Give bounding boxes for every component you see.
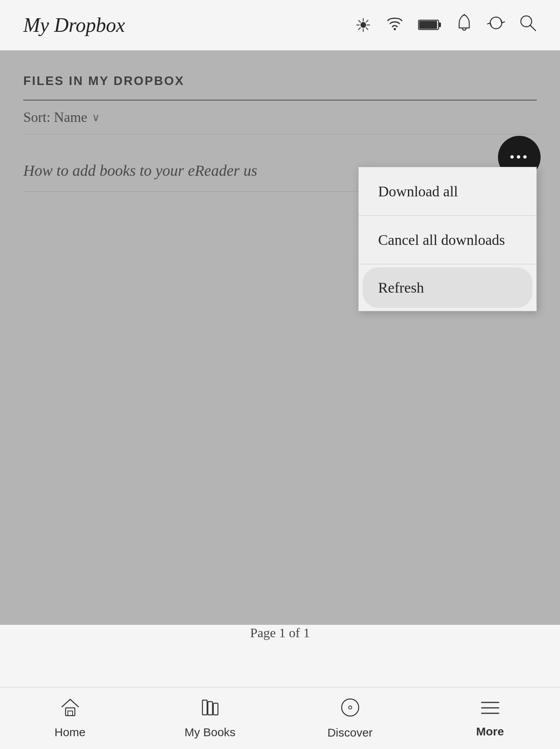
- svg-rect-7: [66, 708, 75, 716]
- svg-rect-11: [213, 703, 218, 715]
- svg-rect-10: [208, 702, 213, 715]
- nav-home-label: Home: [54, 726, 85, 739]
- svg-rect-8: [68, 711, 73, 716]
- home-icon: [60, 698, 80, 722]
- notification-icon[interactable]: [455, 13, 473, 37]
- bottom-nav: Home My Books Discover Mor: [0, 687, 560, 749]
- more-icon: [480, 698, 500, 721]
- download-all-item[interactable]: Download all: [359, 167, 536, 216]
- refresh-item[interactable]: Refresh: [363, 267, 532, 308]
- svg-line-6: [530, 25, 536, 31]
- more-dots-icon: •••: [510, 150, 529, 164]
- page-title: My Dropbox: [23, 14, 125, 36]
- header-icons: ☀: [355, 13, 537, 37]
- header: My Dropbox ☀: [0, 0, 560, 50]
- cancel-downloads-item[interactable]: Cancel all downloads: [359, 216, 536, 264]
- nav-my-books[interactable]: My Books: [140, 698, 280, 739]
- overlay: [0, 50, 560, 625]
- svg-point-0: [394, 28, 396, 30]
- brightness-icon[interactable]: ☀: [355, 14, 372, 36]
- svg-rect-9: [202, 700, 207, 715]
- nav-my-books-label: My Books: [185, 726, 236, 739]
- nav-discover[interactable]: Discover: [280, 697, 420, 739]
- svg-rect-2: [419, 21, 437, 29]
- search-icon[interactable]: [519, 14, 537, 36]
- nav-more-label: More: [476, 725, 504, 738]
- discover-icon: [340, 697, 360, 722]
- sync-icon[interactable]: [487, 14, 505, 36]
- svg-rect-3: [439, 23, 441, 27]
- nav-more[interactable]: More: [420, 698, 560, 738]
- nav-discover-label: Discover: [327, 726, 373, 739]
- battery-icon: [418, 14, 441, 36]
- my-books-icon: [200, 698, 220, 722]
- main-content: FILES IN MY DROPBOX Sort: Name ∨ ••• Dow…: [0, 50, 560, 687]
- wifi-icon: [385, 14, 404, 36]
- svg-point-12: [342, 699, 359, 716]
- svg-point-13: [349, 706, 352, 709]
- dropdown-menu: Download all Cancel all downloads Refres…: [358, 167, 537, 311]
- nav-home[interactable]: Home: [0, 698, 140, 739]
